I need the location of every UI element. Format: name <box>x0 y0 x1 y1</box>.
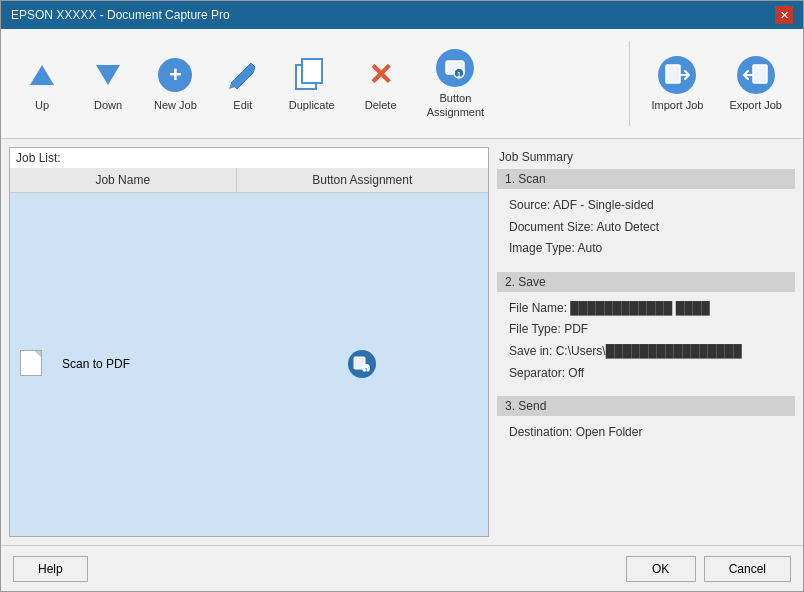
ok-button[interactable]: OK <box>626 556 696 582</box>
main-content: Job List: Job Name Button Assignment Sca… <box>1 139 803 545</box>
summary-section-body-2: File Name: ████████████ ████File Type: P… <box>497 292 795 390</box>
summary-section-3: 3. SendDestination: Open Folder <box>497 396 795 450</box>
export-job-icon <box>736 55 776 95</box>
delete-label: Delete <box>365 99 397 112</box>
import-job-icon <box>657 55 697 95</box>
summary-line: Source: ADF - Single-sided <box>509 195 783 217</box>
summary-line: File Name: ████████████ ████ <box>509 298 783 320</box>
summary-section-2: 2. SaveFile Name: ████████████ ████File … <box>497 272 795 390</box>
import-job-label: Import Job <box>651 99 703 112</box>
toolbar-right: Import Job Export Job <box>629 41 793 126</box>
summary-section-body-3: Destination: Open Folder <box>497 416 795 450</box>
footer: Help OK Cancel <box>1 545 803 591</box>
footer-right: OK Cancel <box>626 556 791 582</box>
summary-section-1: 1. ScanSource: ADF - Single-sidedDocumen… <box>497 169 795 266</box>
summary-line: File Type: PDF <box>509 319 783 341</box>
summary-section-body-1: Source: ADF - Single-sidedDocument Size:… <box>497 189 795 266</box>
summary-section-header-1: 1. Scan <box>497 169 795 189</box>
new-job-button[interactable]: + New Job <box>143 41 208 126</box>
button-assignment-button[interactable]: 1 Button Assignment <box>416 41 495 126</box>
svg-rect-6 <box>753 65 767 83</box>
new-job-label: New Job <box>154 99 197 112</box>
summary-panel: Job Summary 1. ScanSource: ADF - Single-… <box>497 147 795 537</box>
summary-line: Save in: C:\Users\████████████████ <box>509 341 783 363</box>
button-assignment-label: Button Assignment <box>427 92 484 118</box>
table-row[interactable]: Scan to PDF 1 <box>10 193 488 536</box>
col-job-name: Job Name <box>10 168 236 193</box>
edit-icon <box>223 55 263 95</box>
main-window: EPSON XXXXX - Document Capture Pro ✕ Up … <box>0 0 804 592</box>
export-job-label: Export Job <box>729 99 782 112</box>
svg-rect-4 <box>666 65 680 83</box>
summary-line: Image Type: Auto <box>509 238 783 260</box>
up-icon <box>22 55 62 95</box>
summary-title: Job Summary <box>497 147 795 167</box>
delete-button[interactable]: ✕ Delete <box>350 41 412 126</box>
row-job-name: Scan to PDF <box>52 193 236 536</box>
edit-button[interactable]: Edit <box>212 41 274 126</box>
cancel-button[interactable]: Cancel <box>704 556 791 582</box>
summary-section-header-3: 3. Send <box>497 396 795 416</box>
job-list-panel: Job List: Job Name Button Assignment Sca… <box>9 147 489 537</box>
summary-line: Document Size: Auto Detect <box>509 217 783 239</box>
up-label: Up <box>35 99 49 112</box>
button-assignment-icon: 1 <box>435 48 475 88</box>
summary-line: Separator: Off <box>509 363 783 385</box>
toolbar: Up Down + New Job <box>1 29 803 139</box>
window-title: EPSON XXXXX - Document Capture Pro <box>11 8 230 22</box>
new-job-icon: + <box>155 55 195 95</box>
up-button[interactable]: Up <box>11 41 73 126</box>
row-doc-icon <box>10 193 52 536</box>
delete-icon: ✕ <box>361 55 401 95</box>
export-job-button[interactable]: Export Job <box>718 41 793 126</box>
toolbar-left: Up Down + New Job <box>11 41 629 126</box>
summary-line: Destination: Open Folder <box>509 422 783 444</box>
duplicate-icon <box>292 55 332 95</box>
down-icon <box>88 55 128 95</box>
row-assignment: 1 <box>236 193 488 536</box>
summary-sections: 1. ScanSource: ADF - Single-sidedDocumen… <box>497 169 795 456</box>
help-button[interactable]: Help <box>13 556 88 582</box>
svg-text:1: 1 <box>364 367 367 373</box>
import-job-button[interactable]: Import Job <box>640 41 714 126</box>
assignment-badge-icon: 1 <box>348 350 376 378</box>
title-bar: EPSON XXXXX - Document Capture Pro ✕ <box>1 1 803 29</box>
col-button-assignment: Button Assignment <box>236 168 488 193</box>
summary-section-header-2: 2. Save <box>497 272 795 292</box>
footer-left: Help <box>13 556 88 582</box>
duplicate-button[interactable]: Duplicate <box>278 41 346 126</box>
edit-label: Edit <box>233 99 252 112</box>
close-button[interactable]: ✕ <box>775 6 793 24</box>
down-button[interactable]: Down <box>77 41 139 126</box>
down-label: Down <box>94 99 122 112</box>
job-table: Job Name Button Assignment Scan to PDF 1 <box>10 168 488 536</box>
duplicate-label: Duplicate <box>289 99 335 112</box>
svg-text:1: 1 <box>457 71 461 78</box>
job-list-title: Job List: <box>10 148 488 168</box>
